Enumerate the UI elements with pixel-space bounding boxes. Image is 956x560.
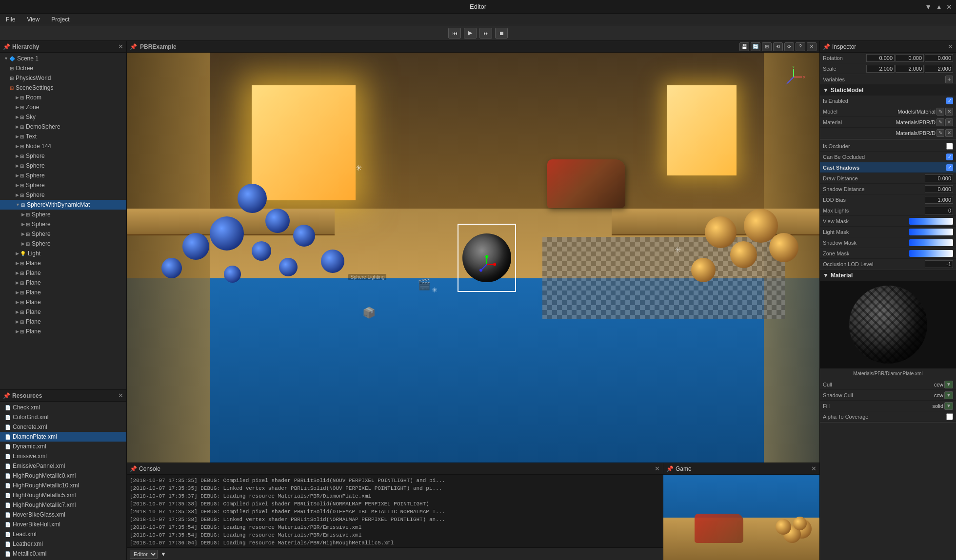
draw-distance-input[interactable] bbox=[925, 174, 953, 182]
resource-metallic0-xml[interactable]: 📄 Metallic0.xml bbox=[0, 549, 126, 559]
material-1-edit-btn[interactable]: ✎ bbox=[936, 118, 944, 126]
tree-item-plane-2[interactable]: ▶ ⊞ Plane bbox=[0, 268, 126, 278]
hierarchy-close-btn[interactable]: ✕ bbox=[118, 43, 123, 50]
view-mask-value[interactable] bbox=[909, 218, 953, 225]
game-close-btn[interactable]: ✕ bbox=[811, 465, 817, 472]
resource-highroughmetallic5-xml[interactable]: 📄 HighRoughMetallic5.xml bbox=[0, 490, 126, 500]
is-occluder-checkbox[interactable] bbox=[946, 143, 953, 150]
viewport-rotate-btn[interactable]: ⟲ bbox=[773, 42, 783, 51]
resource-check-xml[interactable]: 📄 Check.xml bbox=[0, 403, 126, 412]
scale-z-input[interactable] bbox=[925, 65, 953, 73]
rotation-z-input[interactable] bbox=[925, 54, 953, 62]
alpha-to-coverage-checkbox[interactable] bbox=[946, 413, 953, 420]
resource-emissivepannel-xml[interactable]: 📄 EmissivePannel.xml bbox=[0, 461, 126, 471]
resource-concrete-xml[interactable]: 📄 Concrete.xml bbox=[0, 422, 126, 432]
tree-item-text[interactable]: ▶ ⊞ Text bbox=[0, 132, 126, 141]
tree-item-sphere-child-4[interactable]: ▶ ⊞ Sphere bbox=[0, 239, 126, 249]
minimize-btn[interactable]: ▼ bbox=[925, 3, 932, 11]
scale-x-input[interactable] bbox=[866, 65, 895, 73]
tree-item-plane-1[interactable]: ▶ ⊞ Plane bbox=[0, 258, 126, 268]
model-edit-btn[interactable]: ✎ bbox=[936, 108, 944, 116]
tree-item-room[interactable]: ▶ ⊞ Room bbox=[0, 93, 126, 102]
is-enabled-checkbox[interactable]: ✓ bbox=[946, 97, 953, 104]
resource-highroughmetallic7-xml[interactable]: 📄 HighRoughMetallic7.xml bbox=[0, 500, 126, 510]
resource-emissive-xml[interactable]: 📄 Emissive.xml bbox=[0, 451, 126, 461]
maximize-btn[interactable]: ▲ bbox=[936, 3, 942, 11]
resource-leather-xml[interactable]: 📄 Leather.xml bbox=[0, 539, 126, 549]
cast-shadows-checkbox[interactable]: ✓ bbox=[946, 164, 953, 171]
viewport-snap-btn[interactable]: ⟳ bbox=[784, 42, 794, 51]
fill-dropdown-btn[interactable]: ▼ bbox=[944, 402, 953, 410]
inspector-close-btn[interactable]: ✕ bbox=[948, 43, 953, 50]
tree-item-sphere-4[interactable]: ▶ ⊞ Sphere bbox=[0, 180, 126, 190]
play-btn[interactable]: ▶ bbox=[464, 28, 477, 39]
tree-item-demosphere[interactable]: ▶ ⊞ DemoSphere bbox=[0, 122, 126, 132]
resource-hoverbikeglass-xml[interactable]: 📄 HoverBikeGlass.xml bbox=[0, 510, 126, 520]
tree-item-sphere-1[interactable]: ▶ ⊞ Sphere bbox=[0, 151, 126, 161]
tree-item-zone[interactable]: ▶ ⊞ Zone bbox=[0, 102, 126, 112]
tree-item-octree[interactable]: ⊞ Octree bbox=[0, 63, 126, 73]
resource-diamonplate-xml[interactable]: 📄 DiamonPlate.xml bbox=[0, 432, 126, 442]
cull-dropdown-btn[interactable]: ▼ bbox=[944, 381, 953, 388]
viewport-save-btn[interactable]: 💾 bbox=[739, 42, 749, 51]
material-section-header[interactable]: ▼ Material bbox=[820, 270, 956, 281]
tree-item-sphere-5[interactable]: ▶ ⊞ Sphere bbox=[0, 190, 126, 200]
tree-item-node144[interactable]: ▶ ⊞ Node 144 bbox=[0, 141, 126, 151]
tree-item-plane-7[interactable]: ▶ ⊞ Plane bbox=[0, 317, 126, 327]
tree-item-sphere-2[interactable]: ▶ ⊞ Sphere bbox=[0, 161, 126, 171]
tree-item-scene1[interactable]: ▼ 🔷 Scene 1 bbox=[0, 54, 126, 63]
resource-dynamic-xml[interactable]: 📄 Dynamic.xml bbox=[0, 442, 126, 451]
tree-item-plane-8[interactable]: ▶ ⊞ Plane bbox=[0, 327, 126, 336]
menu-view[interactable]: View bbox=[25, 15, 41, 24]
console-mode-select[interactable]: Editor bbox=[130, 550, 158, 559]
play-next-btn[interactable]: ⏭ bbox=[479, 28, 492, 39]
tree-item-plane-6[interactable]: ▶ ⊞ Plane bbox=[0, 307, 126, 317]
rotation-x-input[interactable] bbox=[866, 54, 895, 62]
resources-close-btn[interactable]: ✕ bbox=[118, 392, 123, 399]
close-btn[interactable]: ✕ bbox=[946, 3, 952, 11]
console-close-btn[interactable]: ✕ bbox=[655, 465, 660, 472]
viewport-scene[interactable]: Sphere Lighting 🎬 📦 ✳ ✳ ✳ X Y Z bbox=[127, 53, 819, 463]
tree-item-plane-4[interactable]: ▶ ⊞ Plane bbox=[0, 288, 126, 297]
tree-item-scenesettings[interactable]: ⊞ SceneSettings bbox=[0, 83, 126, 93]
rotation-y-input[interactable] bbox=[896, 54, 924, 62]
shadow-mask-value[interactable] bbox=[909, 239, 953, 246]
viewport-light-btn[interactable]: ? bbox=[796, 42, 805, 51]
tree-item-sphere-3[interactable]: ▶ ⊞ Sphere bbox=[0, 171, 126, 180]
occlusion-lod-input[interactable] bbox=[925, 260, 953, 268]
menu-project[interactable]: Project bbox=[49, 15, 71, 24]
tree-item-sphere-dynamic[interactable]: ▼ ⊞ SphereWithDynamicMat bbox=[0, 200, 126, 210]
viewport-reset-btn[interactable]: 🔄 bbox=[751, 42, 760, 51]
resource-colorgrid-xml[interactable]: 📄 ColorGrid.xml bbox=[0, 412, 126, 422]
scale-y-input[interactable] bbox=[896, 65, 924, 73]
viewport-grid-btn[interactable]: ⊞ bbox=[762, 42, 772, 51]
shadow-distance-input[interactable] bbox=[925, 185, 953, 193]
resource-highroughmetallic0-xml[interactable]: 📄 HighRoughMetallic0.xml bbox=[0, 471, 126, 481]
resource-lead-xml[interactable]: 📄 Lead.xml bbox=[0, 529, 126, 539]
tree-item-sphere-child-2[interactable]: ▶ ⊞ Sphere bbox=[0, 219, 126, 229]
tree-item-sphere-child-3[interactable]: ▶ ⊞ Sphere bbox=[0, 229, 126, 239]
tree-item-plane-5[interactable]: ▶ ⊞ Plane bbox=[0, 297, 126, 307]
material-2-edit-btn[interactable]: ✎ bbox=[936, 129, 944, 137]
stop-btn[interactable]: ⏹ bbox=[495, 28, 508, 39]
menu-file[interactable]: File bbox=[4, 15, 17, 24]
resource-highroughmetallic10-xml[interactable]: 📄 HighRoughMetallic10.xml bbox=[0, 481, 126, 490]
can-be-occluded-checkbox[interactable]: ✓ bbox=[946, 154, 953, 160]
tree-item-light[interactable]: ▶ 💡 Light bbox=[0, 249, 126, 258]
model-clear-btn[interactable]: ✕ bbox=[945, 108, 953, 116]
max-lights-input[interactable] bbox=[925, 207, 953, 214]
viewport-close-btn[interactable]: ✕ bbox=[807, 42, 817, 51]
zone-mask-value[interactable] bbox=[909, 250, 953, 257]
play-prev-btn[interactable]: ⏮ bbox=[448, 28, 461, 39]
tree-item-sphere-child-1[interactable]: ▶ ⊞ Sphere bbox=[0, 210, 126, 219]
tree-item-plane-3[interactable]: ▶ ⊞ Plane bbox=[0, 278, 126, 288]
shadow-cull-dropdown-btn[interactable]: ▼ bbox=[944, 391, 953, 399]
tree-item-sky[interactable]: ▶ ⊞ Sky bbox=[0, 112, 126, 122]
static-model-header[interactable]: ▼ StaticModel bbox=[820, 85, 956, 96]
resource-hoverbikehull-xml[interactable]: 📄 HoverBikeHull.xml bbox=[0, 520, 126, 529]
variables-add-btn[interactable]: + bbox=[945, 76, 953, 83]
tree-item-physicsworld[interactable]: ⊞ PhysicsWorld bbox=[0, 73, 126, 83]
lod-bias-input[interactable] bbox=[925, 196, 953, 204]
material-1-clear-btn[interactable]: ✕ bbox=[945, 118, 953, 126]
material-2-clear-btn[interactable]: ✕ bbox=[945, 129, 953, 137]
